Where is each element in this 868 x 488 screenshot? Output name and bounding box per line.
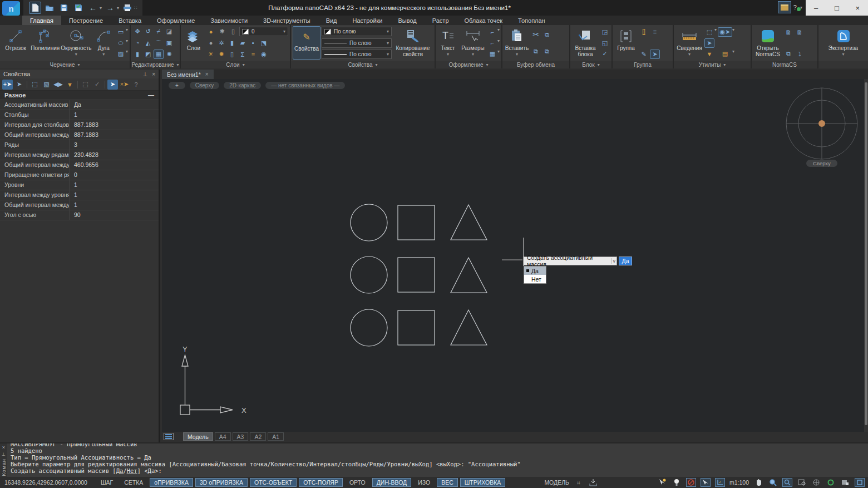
layer-eye-icon[interactable]: ◉ bbox=[259, 50, 269, 59]
erase-icon[interactable]: ◪ bbox=[164, 27, 174, 36]
layer-box-icon[interactable]: ▪ bbox=[248, 38, 258, 48]
undo-button[interactable]: ← bbox=[87, 2, 99, 14]
multileader-icon[interactable]: ⌐ bbox=[487, 38, 497, 48]
scale-icon[interactable]: ◔ bbox=[132, 38, 142, 48]
tab-topoplan[interactable]: Топоплан bbox=[510, 16, 553, 25]
toggle-shtrihovka[interactable]: ШТРИХОВКА bbox=[460, 478, 506, 487]
command-close-icon[interactable]: × bbox=[2, 445, 5, 450]
property-row[interactable]: Интервал между рядами230.4828 bbox=[0, 150, 159, 160]
group-button[interactable]: Группа bbox=[614, 26, 638, 60]
line-button[interactable]: Отрезок bbox=[2, 26, 29, 60]
rotate-icon[interactable]: ↺ bbox=[143, 27, 153, 36]
layers-button[interactable]: Слои bbox=[183, 26, 205, 60]
panel-pin-icon[interactable]: ⊥ bbox=[142, 71, 147, 77]
command-history[interactable]: МАССИВПРЯМОУГ - Прямоугольный массив 5 н… bbox=[7, 443, 868, 477]
tab-glavnaya[interactable]: Главная bbox=[22, 16, 61, 25]
leader-icon[interactable]: ⌐ bbox=[487, 27, 497, 37]
fullscreen-icon[interactable] bbox=[855, 478, 865, 487]
offset-icon[interactable]: ◩ bbox=[143, 50, 153, 59]
layer-freeze2-icon[interactable]: ✸ bbox=[216, 50, 226, 59]
layer-stack-icon[interactable]: ≡ bbox=[248, 50, 258, 59]
property-row[interactable]: Общий интервал между ...1 bbox=[0, 200, 159, 210]
layer-freeze-icon[interactable]: ✱ bbox=[217, 27, 227, 36]
normacs-import-icon[interactable]: ⤵ bbox=[795, 49, 805, 58]
block-edit-icon[interactable]: ◲ bbox=[600, 27, 610, 37]
dyn-input-value[interactable]: Да bbox=[619, 257, 632, 265]
dimensions-button[interactable]: Размеры ▾ bbox=[460, 26, 486, 60]
layer-z-icon[interactable]: Σ bbox=[238, 50, 248, 59]
cut-icon[interactable]: ✂ bbox=[531, 30, 541, 40]
move-icon[interactable]: ✥ bbox=[132, 27, 142, 36]
prompt-option-yes[interactable]: Да bbox=[116, 467, 124, 474]
copy-object-icon[interactable]: ▣ bbox=[164, 38, 174, 48]
new-file-button[interactable] bbox=[29, 2, 41, 14]
layout-tab-model[interactable]: Модель bbox=[183, 432, 213, 441]
tab-rastr[interactable]: Растр bbox=[425, 16, 457, 25]
tab-3d-instrumenty[interactable]: 3D-инструменты bbox=[255, 16, 318, 25]
select-arrow-icon[interactable]: ➤ bbox=[14, 80, 24, 90]
minimize-button[interactable]: – bbox=[806, 0, 826, 16]
print-button[interactable] bbox=[121, 2, 134, 14]
view-direction-button[interactable]: Сверху bbox=[190, 82, 219, 89]
group-frames-icon[interactable]: ⦋⦌ bbox=[639, 27, 649, 36]
info-button[interactable]: Сведения ▾ bbox=[675, 26, 703, 60]
prompt-option-no[interactable]: Нет bbox=[127, 467, 137, 474]
toggle-din-vvod[interactable]: ДИН-ВВОД bbox=[372, 478, 411, 487]
text-button[interactable]: T Текст ▾ bbox=[437, 26, 458, 60]
pan-icon[interactable] bbox=[753, 478, 763, 487]
layer-unlock-icon[interactable]: ▯ bbox=[227, 50, 237, 59]
lineweight-select[interactable]: По слою ▾ bbox=[322, 50, 392, 59]
property-row[interactable]: Общий интервал между ...887.1883 bbox=[0, 130, 159, 140]
layer-on-icon[interactable]: ● bbox=[206, 27, 216, 36]
zoom-window-icon[interactable] bbox=[782, 478, 792, 487]
tab-oformlenie[interactable]: Оформление bbox=[149, 16, 203, 25]
select-cursor-icon[interactable]: ➤ bbox=[704, 38, 714, 48]
document-tab[interactable]: Без имени1* × bbox=[162, 70, 214, 79]
property-row[interactable]: Столбцы1 bbox=[0, 110, 159, 120]
ellipse-tool-icon[interactable]: ⬭ bbox=[116, 38, 126, 48]
model-space-label[interactable]: МОДЕЛЬ bbox=[544, 479, 569, 486]
linetype-select[interactable]: По слою ▾ bbox=[322, 38, 392, 48]
dyn-input-chevron-icon[interactable]: v bbox=[611, 258, 616, 264]
regen-icon[interactable] bbox=[826, 478, 836, 487]
annotation-scale[interactable]: m1:100 bbox=[729, 479, 749, 486]
linked-views-button[interactable]: — нет связанных видов — bbox=[265, 82, 345, 89]
annotation-visibility-icon[interactable] bbox=[686, 478, 696, 487]
layer-padlock-icon[interactable]: ▮ bbox=[227, 38, 237, 48]
toggle-3d-oprivyazka[interactable]: 3D оПРИВЯЗКА bbox=[195, 478, 248, 487]
zoom-icon[interactable] bbox=[768, 478, 778, 487]
collapse-icon[interactable]: — bbox=[148, 92, 154, 98]
rectangle-tool-icon[interactable]: ▭ bbox=[116, 27, 126, 37]
property-row[interactable]: Общий интервал между ...460.9656 bbox=[0, 160, 159, 170]
section-misc[interactable]: Разное — bbox=[0, 91, 159, 100]
group-select-icon[interactable]: ➤ bbox=[650, 50, 660, 59]
block-check-icon[interactable]: ✓ bbox=[600, 49, 610, 58]
arc-dropdown-icon[interactable]: ▾ bbox=[102, 52, 105, 57]
orbit-icon[interactable] bbox=[811, 478, 821, 487]
layer-sun-icon[interactable]: ☀ bbox=[206, 50, 216, 59]
apply-icon[interactable]: ✓ bbox=[92, 80, 102, 90]
property-row[interactable]: Уровни1 bbox=[0, 180, 159, 190]
dyn-option-yes[interactable]: Да bbox=[524, 267, 546, 275]
group-label-drawing[interactable]: Черчение▾ bbox=[0, 61, 130, 68]
clear-selection-icon[interactable]: ×➤ bbox=[119, 80, 130, 90]
toggle-shag[interactable]: ШАГ bbox=[96, 478, 117, 487]
selection-cycling-icon[interactable] bbox=[657, 478, 667, 487]
array-icon[interactable]: ▦ bbox=[154, 50, 164, 59]
filter-icon[interactable]: ▼ bbox=[65, 80, 75, 90]
select-group-icon[interactable]: ⬚ bbox=[80, 80, 91, 90]
command-pin-icon[interactable]: ⊥ bbox=[2, 452, 6, 457]
toggle-oprivyazka[interactable]: оПРИВЯЗКА bbox=[150, 478, 193, 487]
sheets-stack-icon[interactable]: ▤ bbox=[718, 49, 732, 58]
insert-block-button[interactable]: Вставка блока bbox=[572, 26, 599, 60]
help-dropdown-icon[interactable]: ▾ bbox=[800, 5, 802, 10]
zoom-extents-icon[interactable] bbox=[797, 478, 807, 487]
undo-dropdown-icon[interactable]: ▾ bbox=[100, 6, 102, 11]
property-row[interactable]: Угол с осью90 bbox=[0, 210, 159, 220]
layer-bulb-icon[interactable]: ● bbox=[206, 38, 216, 48]
block-attrs-icon[interactable]: ◱ bbox=[600, 38, 610, 48]
normacs-search-doc-icon[interactable]: 🗎 bbox=[783, 27, 793, 37]
polyline-button[interactable]: Полилиния bbox=[31, 26, 60, 60]
panel-close-icon[interactable]: × bbox=[152, 71, 155, 77]
quick-filter-icon[interactable]: ▼ bbox=[704, 49, 714, 58]
